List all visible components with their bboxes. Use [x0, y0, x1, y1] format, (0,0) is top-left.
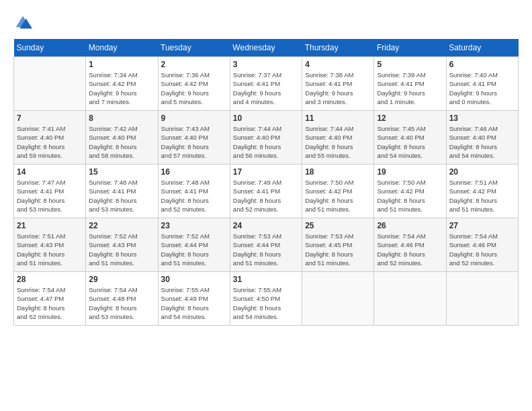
calendar-week-4: 21Sunrise: 7:51 AM Sunset: 4:43 PM Dayli…: [14, 218, 519, 272]
day-info: Sunrise: 7:44 AM Sunset: 4:40 PM Dayligh…: [233, 124, 299, 160]
calendar-cell: [446, 272, 518, 326]
day-number: 5: [377, 60, 443, 69]
calendar-cell: 22Sunrise: 7:52 AM Sunset: 4:43 PM Dayli…: [86, 218, 158, 272]
day-number: 25: [305, 221, 371, 230]
calendar-cell: 3Sunrise: 7:37 AM Sunset: 4:41 PM Daylig…: [230, 57, 302, 111]
calendar-cell: 19Sunrise: 7:50 AM Sunset: 4:42 PM Dayli…: [374, 165, 446, 218]
calendar-cell: 23Sunrise: 7:52 AM Sunset: 4:44 PM Dayli…: [158, 218, 230, 272]
day-info: Sunrise: 7:49 AM Sunset: 4:41 PM Dayligh…: [233, 178, 299, 214]
day-number: 22: [89, 221, 154, 230]
calendar-cell: 24Sunrise: 7:53 AM Sunset: 4:44 PM Dayli…: [230, 218, 302, 272]
calendar-cell: 10Sunrise: 7:44 AM Sunset: 4:40 PM Dayli…: [230, 111, 302, 165]
calendar-cell: 20Sunrise: 7:51 AM Sunset: 4:42 PM Dayli…: [446, 165, 518, 218]
day-info: Sunrise: 7:43 AM Sunset: 4:40 PM Dayligh…: [161, 124, 227, 160]
day-info: Sunrise: 7:38 AM Sunset: 4:41 PM Dayligh…: [305, 71, 371, 106]
calendar-cell: 28Sunrise: 7:54 AM Sunset: 4:47 PM Dayli…: [14, 272, 86, 326]
day-number: 13: [449, 113, 515, 123]
day-info: Sunrise: 7:51 AM Sunset: 4:43 PM Dayligh…: [17, 232, 83, 267]
weekday-header-tuesday: Tuesday: [158, 39, 230, 57]
day-info: Sunrise: 7:48 AM Sunset: 4:41 PM Dayligh…: [89, 178, 154, 214]
day-info: Sunrise: 7:55 AM Sunset: 4:50 PM Dayligh…: [233, 285, 299, 321]
weekday-header-saturday: Saturday: [446, 39, 518, 57]
day-info: Sunrise: 7:50 AM Sunset: 4:42 PM Dayligh…: [377, 178, 443, 214]
calendar-cell: [302, 272, 374, 326]
calendar-week-5: 28Sunrise: 7:54 AM Sunset: 4:47 PM Dayli…: [14, 272, 519, 326]
day-number: 16: [161, 167, 227, 177]
day-number: 21: [17, 221, 83, 230]
calendar-cell: 16Sunrise: 7:48 AM Sunset: 4:41 PM Dayli…: [158, 165, 230, 218]
calendar-cell: 2Sunrise: 7:36 AM Sunset: 4:42 PM Daylig…: [158, 57, 230, 111]
calendar-header-row: SundayMondayTuesdayWednesdayThursdayFrid…: [14, 39, 519, 57]
day-info: Sunrise: 7:40 AM Sunset: 4:41 PM Dayligh…: [449, 71, 515, 106]
page-header: [13, 13, 519, 32]
day-info: Sunrise: 7:41 AM Sunset: 4:40 PM Dayligh…: [17, 124, 83, 160]
calendar-cell: 29Sunrise: 7:54 AM Sunset: 4:48 PM Dayli…: [86, 272, 158, 326]
day-number: 7: [17, 113, 83, 123]
calendar-cell: 7Sunrise: 7:41 AM Sunset: 4:40 PM Daylig…: [14, 111, 86, 165]
calendar-cell: [14, 57, 86, 111]
day-info: Sunrise: 7:50 AM Sunset: 4:42 PM Dayligh…: [305, 178, 371, 214]
day-number: 20: [449, 167, 515, 177]
day-info: Sunrise: 7:53 AM Sunset: 4:45 PM Dayligh…: [305, 232, 371, 267]
day-info: Sunrise: 7:48 AM Sunset: 4:41 PM Dayligh…: [161, 178, 227, 214]
calendar-cell: 5Sunrise: 7:39 AM Sunset: 4:41 PM Daylig…: [374, 57, 446, 111]
calendar-cell: 6Sunrise: 7:40 AM Sunset: 4:41 PM Daylig…: [446, 57, 518, 111]
calendar-cell: 14Sunrise: 7:47 AM Sunset: 4:41 PM Dayli…: [14, 165, 86, 218]
day-info: Sunrise: 7:52 AM Sunset: 4:43 PM Dayligh…: [89, 232, 154, 267]
day-number: 4: [305, 60, 371, 69]
weekday-header-thursday: Thursday: [302, 39, 374, 57]
calendar-cell: 4Sunrise: 7:38 AM Sunset: 4:41 PM Daylig…: [302, 57, 374, 111]
weekday-header-sunday: Sunday: [14, 39, 86, 57]
day-info: Sunrise: 7:55 AM Sunset: 4:49 PM Dayligh…: [161, 285, 227, 321]
calendar-cell: 9Sunrise: 7:43 AM Sunset: 4:40 PM Daylig…: [158, 111, 230, 165]
calendar-cell: 26Sunrise: 7:54 AM Sunset: 4:46 PM Dayli…: [374, 218, 446, 272]
day-number: 30: [161, 275, 227, 284]
day-number: 10: [233, 113, 299, 123]
calendar-cell: 27Sunrise: 7:54 AM Sunset: 4:46 PM Dayli…: [446, 218, 518, 272]
calendar-cell: 13Sunrise: 7:46 AM Sunset: 4:40 PM Dayli…: [446, 111, 518, 165]
day-number: 1: [89, 60, 154, 69]
day-number: 15: [89, 167, 154, 177]
calendar-cell: 17Sunrise: 7:49 AM Sunset: 4:41 PM Dayli…: [230, 165, 302, 218]
calendar-cell: 18Sunrise: 7:50 AM Sunset: 4:42 PM Dayli…: [302, 165, 374, 218]
day-info: Sunrise: 7:37 AM Sunset: 4:41 PM Dayligh…: [233, 71, 299, 106]
calendar-cell: 21Sunrise: 7:51 AM Sunset: 4:43 PM Dayli…: [14, 218, 86, 272]
day-number: 26: [377, 221, 443, 230]
calendar-cell: 30Sunrise: 7:55 AM Sunset: 4:49 PM Dayli…: [158, 272, 230, 326]
day-info: Sunrise: 7:51 AM Sunset: 4:42 PM Dayligh…: [449, 178, 515, 214]
day-number: 23: [161, 221, 227, 230]
day-info: Sunrise: 7:47 AM Sunset: 4:41 PM Dayligh…: [17, 178, 83, 214]
weekday-header-monday: Monday: [86, 39, 158, 57]
calendar-cell: 8Sunrise: 7:42 AM Sunset: 4:40 PM Daylig…: [86, 111, 158, 165]
day-number: 3: [233, 60, 299, 69]
calendar-cell: 31Sunrise: 7:55 AM Sunset: 4:50 PM Dayli…: [230, 272, 302, 326]
day-info: Sunrise: 7:42 AM Sunset: 4:40 PM Dayligh…: [89, 124, 154, 160]
calendar-cell: 1Sunrise: 7:34 AM Sunset: 4:42 PM Daylig…: [86, 57, 158, 111]
day-number: 6: [449, 60, 515, 69]
day-info: Sunrise: 7:54 AM Sunset: 4:46 PM Dayligh…: [377, 232, 443, 267]
day-number: 29: [89, 275, 154, 284]
day-number: 17: [233, 167, 299, 177]
day-number: 14: [17, 167, 83, 177]
day-info: Sunrise: 7:39 AM Sunset: 4:41 PM Dayligh…: [377, 71, 443, 106]
day-number: 9: [161, 113, 227, 123]
logo-icon: [13, 13, 32, 32]
logo: [13, 13, 35, 32]
day-info: Sunrise: 7:54 AM Sunset: 4:47 PM Dayligh…: [17, 285, 83, 321]
day-number: 12: [377, 113, 443, 123]
weekday-header-friday: Friday: [374, 39, 446, 57]
day-number: 19: [377, 167, 443, 177]
weekday-header-wednesday: Wednesday: [230, 39, 302, 57]
day-info: Sunrise: 7:54 AM Sunset: 4:46 PM Dayligh…: [449, 232, 515, 267]
calendar-cell: 12Sunrise: 7:45 AM Sunset: 4:40 PM Dayli…: [374, 111, 446, 165]
day-number: 18: [305, 167, 371, 177]
day-info: Sunrise: 7:52 AM Sunset: 4:44 PM Dayligh…: [161, 232, 227, 267]
day-info: Sunrise: 7:46 AM Sunset: 4:40 PM Dayligh…: [449, 124, 515, 160]
day-number: 31: [233, 275, 299, 284]
day-info: Sunrise: 7:45 AM Sunset: 4:40 PM Dayligh…: [377, 124, 443, 160]
calendar-cell: 15Sunrise: 7:48 AM Sunset: 4:41 PM Dayli…: [86, 165, 158, 218]
calendar-cell: [374, 272, 446, 326]
calendar-week-2: 7Sunrise: 7:41 AM Sunset: 4:40 PM Daylig…: [14, 111, 519, 165]
day-number: 28: [17, 275, 83, 284]
calendar-cell: 11Sunrise: 7:44 AM Sunset: 4:40 PM Dayli…: [302, 111, 374, 165]
